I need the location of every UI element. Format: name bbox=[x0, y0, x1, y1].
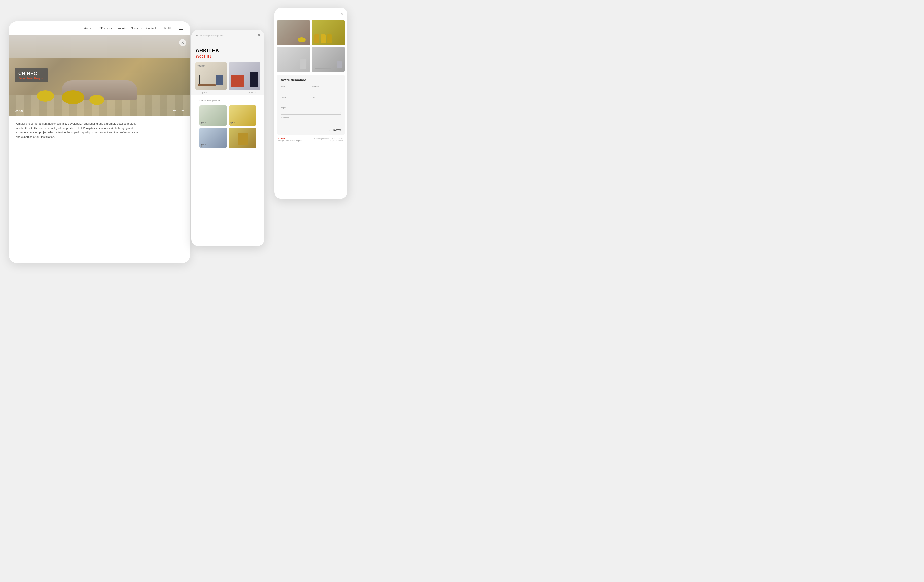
prenom-input[interactable] bbox=[312, 89, 341, 94]
scene-lamp bbox=[199, 75, 200, 85]
mobile1-thumb-label-1: AREC 40 bbox=[201, 121, 206, 125]
tel-input[interactable] bbox=[312, 99, 341, 104]
device2-img-4 bbox=[312, 47, 345, 72]
device2-brand-info: Forms Design Furniture for workplace bbox=[279, 137, 312, 142]
nav-accueil[interactable]: Accueil bbox=[84, 27, 93, 30]
tablet-description: A major project for a giant hotel/hospit… bbox=[9, 115, 150, 145]
hero-pagination: 05/06 bbox=[15, 109, 23, 112]
mobile1-section-label: / Nos autres produits bbox=[195, 97, 260, 104]
mobile1-product-img-2 bbox=[229, 62, 260, 90]
form-field-sujet: Sujet ▾ bbox=[281, 107, 341, 115]
device2-img-3 bbox=[277, 47, 310, 72]
scene-obj2 bbox=[249, 72, 258, 87]
send-label: Envoyer bbox=[332, 129, 341, 132]
mobile1-brand: ARKITEK ACTIU bbox=[195, 48, 260, 60]
message-label: Message bbox=[281, 117, 341, 119]
next-arrow[interactable]: → bbox=[180, 108, 185, 113]
nav-contact[interactable]: Contact bbox=[146, 27, 156, 30]
mobile1-thumb-label-2: AREC 40 bbox=[230, 121, 235, 125]
d2-chair2 bbox=[320, 35, 325, 43]
nom-input[interactable] bbox=[281, 89, 310, 94]
device2-form-section: Votre demande Nom Prénom Email Tél bbox=[277, 74, 345, 135]
hero-close-button[interactable]: × bbox=[179, 39, 186, 46]
hamburger-menu[interactable] bbox=[178, 27, 183, 30]
email-input[interactable] bbox=[281, 99, 310, 104]
form-row-contact: Email Tél bbox=[281, 96, 341, 105]
sujet-label: Sujet bbox=[281, 107, 341, 109]
device2-img-1 bbox=[277, 20, 310, 45]
d2-chair3 bbox=[327, 35, 332, 43]
hero-ottoman-3 bbox=[89, 95, 104, 105]
device2-close-button[interactable]: × bbox=[341, 12, 343, 17]
device2-img-2 bbox=[312, 20, 345, 45]
mobile1-thumb-label-3: AREC 40 bbox=[201, 143, 206, 147]
message-input[interactable] bbox=[281, 120, 341, 125]
mobile1-brand-line1: ARKITEK bbox=[195, 48, 260, 54]
device2-brand-tagline: Design Furniture for workplace bbox=[279, 140, 312, 142]
hero-ottoman-1 bbox=[36, 91, 54, 102]
d2-partition bbox=[300, 59, 307, 69]
mobile1-product-img-1: tecno bbox=[195, 62, 227, 90]
nav-lang: FR | NL bbox=[163, 27, 172, 30]
d2-obj bbox=[337, 61, 342, 68]
tablet-nav-links: Accueil Références Produits Services Con… bbox=[84, 27, 183, 30]
mobile-back-button[interactable]: ← bbox=[195, 33, 199, 38]
hero-ceiling bbox=[9, 35, 190, 58]
nav-services[interactable]: Services bbox=[131, 27, 142, 30]
hero-label: CHIREC Auderghem, Belgium bbox=[15, 68, 48, 82]
mobile1-logo bbox=[195, 40, 260, 46]
hero-arrows: ← → bbox=[172, 108, 185, 113]
sujet-select[interactable]: ▾ bbox=[281, 109, 341, 115]
nom-label: Nom bbox=[281, 86, 310, 88]
hero-ottoman-2 bbox=[62, 91, 84, 104]
send-arrow-icon: → bbox=[328, 129, 330, 132]
form-field-email: Email bbox=[281, 96, 310, 105]
hero-title: CHIREC bbox=[18, 71, 44, 76]
hero-subtitle: Auderghem, Belgium bbox=[18, 77, 44, 80]
device2-logo bbox=[279, 11, 284, 18]
device2-bottom: Forms Design Furniture for workplace Rue… bbox=[274, 135, 347, 145]
mobile1-prev[interactable]: ← prev bbox=[200, 91, 207, 94]
form-send-button[interactable]: → Envoyer bbox=[281, 129, 341, 132]
tablet-hero: × CHIREC Auderghem, Belgium 05/06 ← → bbox=[9, 35, 190, 115]
form-title: Votre demande bbox=[281, 78, 341, 82]
chair-shape bbox=[238, 133, 248, 145]
form-field-message: Message bbox=[281, 117, 341, 125]
mobile1-thumb-1[interactable]: AREC 40 bbox=[200, 106, 227, 125]
mobile-close-button[interactable]: × bbox=[257, 33, 260, 38]
scene-desk bbox=[198, 84, 216, 86]
mobile1-thumb-4[interactable] bbox=[229, 128, 256, 148]
device2-image-grid bbox=[274, 20, 347, 74]
mobile-breadcrumb: Nos catégories de produits bbox=[200, 34, 257, 36]
device2-brand-name: Forms bbox=[279, 137, 312, 140]
mobile1-thumb-3[interactable]: AREC 40 bbox=[200, 128, 227, 148]
mobile1-nav-dots: ← prev next → bbox=[195, 90, 260, 96]
form-row-sujet: Sujet ▾ bbox=[281, 107, 341, 115]
mobile-device-1: ← Nos catégories de produits × ARKITEK A… bbox=[191, 30, 264, 246]
mobile1-next[interactable]: next → bbox=[249, 91, 256, 94]
tablet-logo bbox=[16, 25, 22, 31]
mobile1-product-grid: AREC 40 AREC 40 AREC 40 bbox=[195, 104, 260, 149]
mobile-device-2: × Votre demande Nom bbox=[274, 8, 347, 199]
d2-chair1 bbox=[314, 35, 319, 43]
d2-table bbox=[315, 68, 330, 69]
mobile1-thumb-2[interactable]: AREC 40 bbox=[229, 106, 256, 125]
prev-arrow[interactable]: ← bbox=[172, 108, 177, 113]
form-field-prenom: Prénom bbox=[312, 86, 341, 94]
form-row-message: Message bbox=[281, 117, 341, 125]
email-label: Email bbox=[281, 96, 310, 99]
prenom-label: Prénom bbox=[312, 86, 341, 88]
tablet-device: Accueil Références Produits Services Con… bbox=[9, 21, 190, 263]
scene-obj1 bbox=[231, 75, 244, 87]
d2-ottoman bbox=[298, 37, 306, 42]
device2-header: × bbox=[274, 8, 347, 20]
form-field-tel: Tél bbox=[312, 96, 341, 105]
scene-chair bbox=[216, 75, 223, 85]
nav-references[interactable]: Références bbox=[98, 27, 112, 30]
nav-produits[interactable]: Produits bbox=[116, 27, 126, 30]
device2-contact-info: Rue Benjamin 122/17 B-2137 Anvers +32 (0… bbox=[315, 137, 343, 142]
tel-label: Tél bbox=[312, 96, 341, 99]
tablet-nav: Accueil Références Produits Services Con… bbox=[9, 21, 190, 35]
mobile1-brand-line2: ACTIU bbox=[195, 54, 260, 60]
form-row-name: Nom Prénom bbox=[281, 86, 341, 94]
